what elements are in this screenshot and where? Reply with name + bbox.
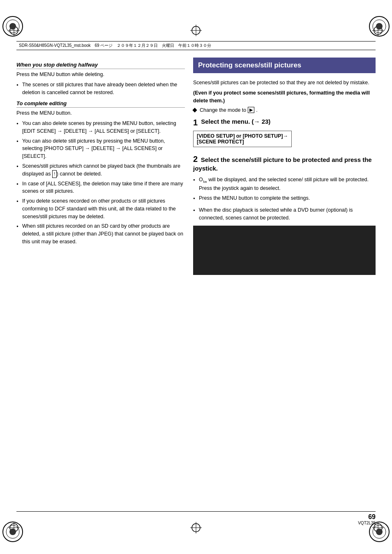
step2-row: 2 Select the scene/still picture to be p… [193, 155, 376, 173]
diamond-icon [192, 108, 197, 112]
header-bar: SDR-S50&H85GN-VQT2L35_mst.book 69 ページ ２０… [16, 41, 376, 50]
deco-circle-tr [369, 16, 390, 37]
bullet-edit-6: When still pictures recorded on an SD ca… [16, 222, 185, 245]
subsection-edit-bullets: You can also delete scenes by pressing t… [16, 120, 185, 246]
step2-bullets: O㎞ will be displayed, and the selected s… [193, 176, 376, 202]
step1-text: Select the menu. (→ 23) [201, 118, 270, 125]
bullet-stop-1: The scenes or still pictures that have a… [16, 81, 185, 97]
lock-icon: ! [52, 170, 57, 178]
play-icon-box: ▶ [248, 107, 254, 113]
note-bullet-1: When the disc playback is selected while… [193, 206, 376, 222]
bullet-edit-3: Scenes/still pictures which cannot be pl… [16, 162, 185, 178]
step1-number: 1 [193, 118, 198, 127]
svg-point-23 [376, 23, 383, 30]
svg-point-29 [376, 529, 383, 535]
step2-text: Select the scene/still picture to be pro… [193, 156, 372, 172]
right-column: Protecting scenes/still pictures Scenes/… [193, 53, 376, 505]
bullet-edit-5: If you delete scenes recorded on other p… [16, 197, 185, 220]
page-info: 69 VQT2L35 [358, 513, 376, 525]
step1-row: 1 Select the menu. (→ 23) [193, 118, 376, 127]
subsection-stop-body: Press the MENU button while deleting. [16, 71, 185, 78]
subsection-edit-title: To complete editing [16, 100, 185, 108]
info-box: [VIDEO SETUP] or [PHOTO SETUP]→[SCENE PR… [193, 131, 292, 147]
info-box-text: [VIDEO SETUP] or [PHOTO SETUP]→[SCENE PR… [197, 133, 288, 145]
svg-point-20 [9, 23, 16, 30]
step2-bullet-1: O㎞ will be displayed, and the selected s… [193, 176, 376, 192]
step2-number: 2 [193, 155, 198, 164]
bullet-edit-4: In case of [ALL SCENES], the deletion ma… [16, 180, 185, 196]
subsection-stop-deleting: When you stop deleting halfway Press the… [16, 62, 185, 96]
warning-text: (Even if you protect some scenes/still p… [193, 89, 376, 105]
page-number: 69 [358, 513, 376, 521]
section-title: Protecting scenes/still pictures [193, 58, 376, 73]
deco-circle-tl [2, 16, 23, 37]
step2-bullet-2: Press the MENU button to complete the se… [193, 194, 376, 202]
subsection-stop-title: When you stop deleting halfway [16, 62, 185, 69]
intro-text: Scenes/still pictures can be protected s… [193, 79, 376, 87]
page-label: VQT2L35 [358, 521, 376, 525]
footer: 69 VQT2L35 [16, 511, 376, 525]
play-icon: ▶ [249, 107, 253, 112]
bullet-edit-1: You can also delete scenes by pressing t… [16, 120, 185, 135]
note-bullets: When the disc playback is selected while… [193, 206, 376, 222]
left-column: When you stop deleting halfway Press the… [16, 53, 185, 505]
subsection-complete-editing: To complete editing Press the MENU butto… [16, 100, 185, 245]
change-mode-line: Change the mode to ▶ . [193, 107, 376, 113]
subsection-edit-body: Press the MENU button. [16, 109, 185, 117]
change-mode-text: Change the mode to [200, 107, 246, 113]
change-mode-period: . [256, 107, 257, 113]
main-content: When you stop deleting halfway Press the… [16, 53, 376, 505]
reg-mark-top-center [190, 25, 202, 36]
header-text: SDR-S50&H85GN-VQT2L35_mst.book 69 ページ ２０… [19, 43, 211, 48]
svg-point-26 [9, 529, 16, 535]
image-placeholder [193, 226, 376, 275]
subsection-stop-bullets: The scenes or still pictures that have a… [16, 81, 185, 97]
bullet-edit-2: You can also delete still pictures by pr… [16, 137, 185, 160]
